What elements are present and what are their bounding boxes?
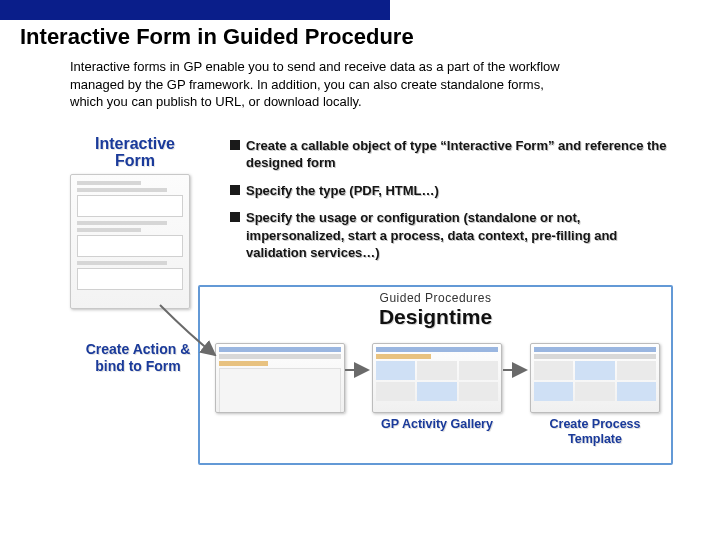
screenshot-thumbnail (530, 343, 660, 413)
create-action-label: Create Action & bind to Form (78, 341, 198, 376)
square-bullet-icon (230, 212, 240, 222)
bullet-text: Create a callable object of type “Intera… (246, 137, 670, 172)
panel-3: Create Process Template (530, 343, 660, 447)
bullet-text: Specify the type (PDF, HTML…) (246, 182, 439, 200)
flow-header: Guided Procedures Designtime (200, 291, 671, 329)
designtime-box: Guided Procedures Designtime GP Activ (198, 285, 673, 465)
form-label-line2: Form (115, 152, 155, 169)
intro-paragraph: Interactive forms in GP enable you to se… (0, 58, 620, 111)
square-bullet-icon (230, 140, 240, 150)
panel-2: GP Activity Gallery (372, 343, 502, 432)
diagram-area: Interactive Form Create a callable objec… (40, 135, 680, 465)
bullet-item: Specify the usage or configuration (stan… (230, 209, 670, 262)
bullet-text: Specify the usage or configuration (stan… (246, 209, 670, 262)
bullet-list: Create a callable object of type “Intera… (230, 137, 670, 272)
form-label-line1: Interactive (95, 135, 175, 152)
square-bullet-icon (230, 185, 240, 195)
page-title: Interactive Form in Guided Procedure (0, 20, 720, 58)
bullet-item: Specify the type (PDF, HTML…) (230, 182, 670, 200)
flow-title: Designtime (200, 305, 671, 329)
interactive-form-label: Interactive Form (70, 135, 200, 170)
top-accent-bar (0, 0, 390, 20)
panel-1 (215, 343, 345, 417)
panel-label: GP Activity Gallery (372, 417, 502, 432)
screenshot-thumbnail (372, 343, 502, 413)
form-thumbnail (70, 174, 190, 309)
flow-subtitle: Guided Procedures (200, 291, 671, 305)
screenshot-thumbnail (215, 343, 345, 413)
interactive-form-block: Interactive Form (70, 135, 200, 309)
panel-label: Create Process Template (530, 417, 660, 447)
bullet-item: Create a callable object of type “Intera… (230, 137, 670, 172)
